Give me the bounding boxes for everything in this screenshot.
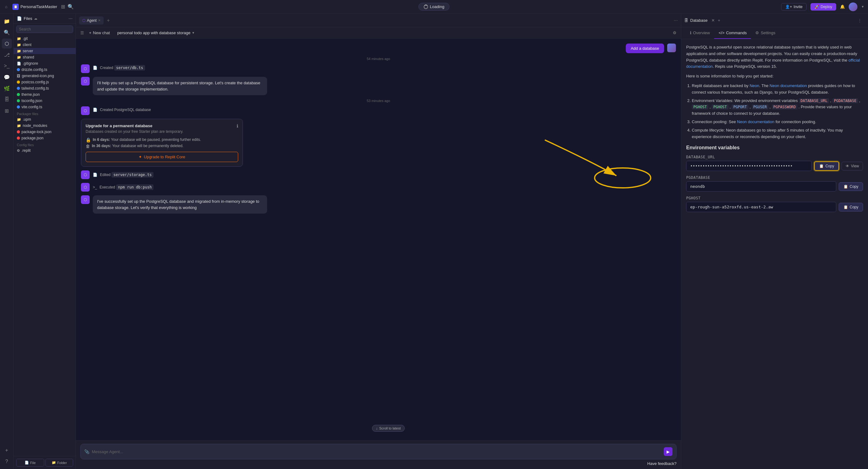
sidebar-plus-icon[interactable]: + <box>2 445 12 455</box>
arrow-down-icon: ↓ <box>376 426 378 430</box>
file-item-tailwind[interactable]: tailwind.config.ts <box>14 85 76 92</box>
hamburger-icon[interactable]: ☰ <box>80 31 84 35</box>
file-item-upm[interactable]: 📁 .upm <box>14 116 76 123</box>
search-icon[interactable]: 🔍 <box>67 4 74 10</box>
pghost-copy-button[interactable]: 📋 Copy <box>839 203 863 211</box>
timestamp-53min: 53 minutes ago <box>81 99 676 103</box>
file-item-drizzle[interactable]: drizzle.config.ts <box>14 67 76 73</box>
grid-icon[interactable]: ⊞ <box>61 4 65 10</box>
file-item-replit[interactable]: ⚙ .replit <box>14 147 76 154</box>
file-item-package-lock[interactable]: package-lock.json <box>14 129 76 135</box>
code-pguser: PGUSER <box>752 104 768 109</box>
file-item-gitignore[interactable]: 📄 .gitignore <box>14 60 76 67</box>
new-chat-button[interactable]: + New chat <box>87 29 113 36</box>
file-item-tsconfig[interactable]: tsconfig.json <box>14 98 76 104</box>
pgdatabase-copy-button[interactable]: 📋 Copy <box>839 182 863 191</box>
avatar[interactable] <box>849 2 858 11</box>
file-item-node-modules[interactable]: 📁 node_modules <box>14 123 76 129</box>
pgdatabase-row: neondb 📋 Copy <box>686 181 863 192</box>
sidebar-extensions-icon[interactable]: ⬡ <box>2 39 12 48</box>
file-plus-icon: 📄 <box>25 461 29 465</box>
created-pg-action: 📄 Created PostgreSQL database <box>93 106 151 115</box>
file-item-shared[interactable]: 📁 shared <box>14 54 76 60</box>
home-icon[interactable]: ⌂ <box>4 3 9 10</box>
executed-action: >_ Executed npm run db:push <box>93 183 154 192</box>
file-panel: 📄 Files ☁ ⋯ 📁 .git 📁 client 📁 server <box>14 14 76 469</box>
tab-overview[interactable]: ℹ Overview <box>686 27 714 39</box>
sidebar-help-icon[interactable]: ? <box>2 457 12 467</box>
new-folder-button[interactable]: 📁 Folder <box>45 459 73 467</box>
add-panel-icon[interactable]: + <box>718 18 720 23</box>
chat-title[interactable]: personal todo app with database storage … <box>115 29 197 36</box>
getting-started-heading: Here is some information to help you get… <box>686 73 863 79</box>
close-panel-icon[interactable]: ✕ <box>711 18 715 23</box>
file-item-package[interactable]: package.json <box>14 135 76 141</box>
close-tab-icon[interactable]: ✕ <box>98 19 100 22</box>
file-item-vite[interactable]: vite.config.ts <box>14 104 76 110</box>
chat-settings-icon[interactable]: ⚙ <box>673 31 677 35</box>
chat-message-input[interactable] <box>92 449 661 454</box>
message-agent-postgres: ⬡ I'll help you set up a PostgreSQL data… <box>81 77 676 95</box>
file-item-theme[interactable]: theme.json <box>14 92 76 98</box>
upgrade-to-replit-core-button[interactable]: ✦ Upgrade to Replit Core <box>86 152 238 162</box>
env-var-pghost: PGHOST ep-rough-sun-a52roxfd.us-east-2.a… <box>686 196 863 212</box>
file-item-git[interactable]: 📁 .git <box>14 35 76 42</box>
file-item-server[interactable]: 📁 server <box>14 48 76 54</box>
right-tabs: ℹ Overview </> Commands ⚙ Settings <box>681 27 868 39</box>
search-input[interactable] <box>16 26 73 33</box>
attachment-icon[interactable]: 📎 <box>84 449 89 454</box>
more-tabs-icon[interactable]: ⋯ <box>674 18 678 23</box>
sidebar-chat-icon[interactable]: 💬 <box>2 72 12 82</box>
tab-settings[interactable]: ⚙ Settings <box>751 27 780 39</box>
tab-commands[interactable]: </> Commands <box>714 27 751 39</box>
invite-button[interactable]: 👤+ Invite <box>781 3 807 10</box>
code-pghost-1: PGHOST <box>692 104 708 109</box>
packager-label: Packager files <box>14 110 76 116</box>
env-var-pgdatabase: PGDATABASE neondb 📋 Copy <box>686 175 863 192</box>
official-doc-link[interactable]: official documentation <box>686 58 860 69</box>
bell-icon[interactable]: 🔔 <box>840 4 845 9</box>
database-url-view-button[interactable]: 👁 View <box>841 162 863 170</box>
settings-icon: ⚙ <box>755 31 759 35</box>
cloud-icon: ☁ <box>34 16 37 21</box>
app-title: 📋 PersonalTaskMaster <box>12 4 57 10</box>
file-item-icon[interactable]: 🖼 generated-icon.png <box>14 73 76 79</box>
sidebar-files-icon[interactable]: 📁 <box>2 16 12 26</box>
neon-doc-link-2[interactable]: Neon documentation <box>737 120 774 124</box>
sidebar-git-icon[interactable]: ⎇ <box>2 50 12 60</box>
invite-icon: 👤+ <box>785 5 792 9</box>
new-file-button[interactable]: 📄 File <box>16 459 44 467</box>
info-item-3: Connection pooling: See Neon documentati… <box>692 119 863 125</box>
more-icon[interactable]: ⋮ <box>855 14 865 27</box>
sidebar-leaf-icon[interactable]: 🌿 <box>2 83 12 93</box>
sidebar-terminal-icon[interactable]: >_ <box>2 61 12 71</box>
pghost-value: ep-rough-sun-a52roxfd.us-east-2.aw <box>686 202 836 212</box>
chevron-down-icon[interactable]: ▼ <box>861 5 864 8</box>
agent-tab[interactable]: ⬡ Agent ✕ <box>79 16 104 25</box>
add-tab-icon[interactable]: + <box>105 16 111 25</box>
neon-doc-link-1[interactable]: Neon documentation <box>770 83 807 88</box>
file-item-client[interactable]: 📁 client <box>14 42 76 48</box>
color-dot <box>17 99 20 102</box>
sidebar-grid-icon[interactable]: ⊞ <box>2 106 12 116</box>
sidebar-db-icon[interactable]: 🗄 <box>2 95 12 104</box>
sidebar-search-icon[interactable]: 🔍 <box>2 27 12 37</box>
scroll-to-latest-button[interactable]: ↓ Scroll to latest <box>372 425 405 432</box>
color-dot <box>17 137 20 140</box>
add-database-button[interactable]: Add a database <box>626 43 664 53</box>
message-user-add-db: Add a database <box>81 43 676 53</box>
color-dot <box>17 80 20 83</box>
app-title-text: PersonalTaskMaster <box>21 4 57 9</box>
ellipsis-icon[interactable]: ⋯ <box>68 16 72 21</box>
neon-link-1[interactable]: Neon <box>750 83 760 88</box>
info-list: Replit databases are backed by Neon. The… <box>686 83 863 140</box>
message-created-db-ts: ⬡ 📄 Created server/db.ts <box>81 64 676 73</box>
file-created-icon: 📄 <box>93 66 97 70</box>
deploy-button[interactable]: 🚀 Deploy <box>810 3 836 10</box>
edit-icon: 📄 <box>93 173 97 177</box>
database-url-copy-button[interactable]: 📋 Copy <box>814 161 839 171</box>
file-item-postcss[interactable]: postcss.config.js <box>14 79 76 85</box>
edited-file-action: 📄 Edited server/storage.ts <box>93 170 154 179</box>
send-message-button[interactable]: ▶ <box>664 447 673 456</box>
pgdatabase-label: PGDATABASE <box>686 175 863 180</box>
